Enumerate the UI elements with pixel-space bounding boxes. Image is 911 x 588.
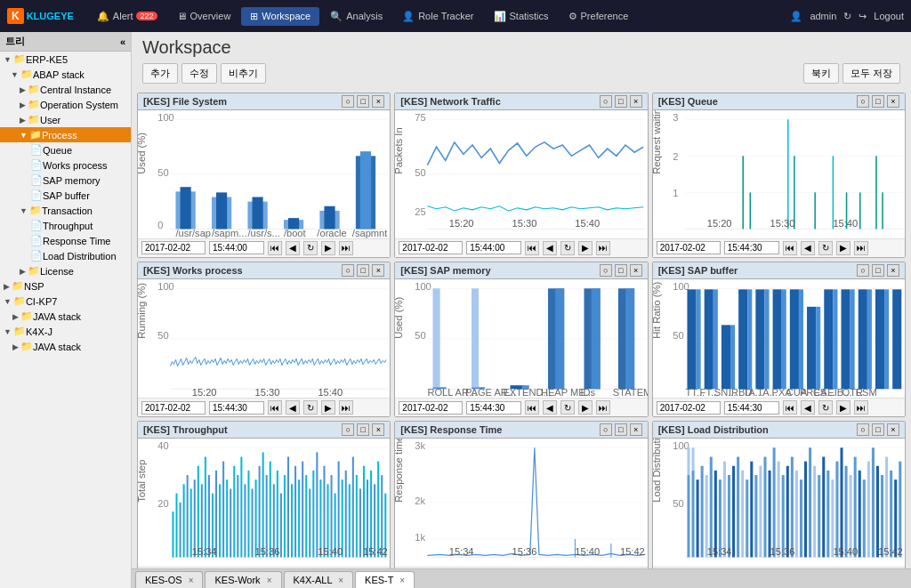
tab-kes-t-close[interactable]: × [399, 576, 405, 585]
sidebar-item-throughput[interactable]: 📄 Throughput [0, 218, 131, 233]
sidebar-item-works-process[interactable]: 📄 Works process [0, 157, 131, 173]
sidebar-item-license[interactable]: ▶ 📁 License [0, 263, 131, 278]
last-btn-sb[interactable]: ⏭ [854, 400, 868, 415]
edit-button[interactable]: 수정 [181, 63, 217, 84]
sidebar-collapse-btn[interactable]: « [120, 36, 125, 47]
refresh-btn-sb[interactable]: ↻ [818, 400, 833, 415]
date-input-sm[interactable] [399, 401, 463, 415]
sidebar-item-process[interactable]: ▼ 📁 Process [0, 127, 131, 142]
time-input-fs[interactable] [209, 241, 264, 254]
sidebar-item-java-stack-k4x[interactable]: ▶ 📁 JAVA stack [0, 339, 131, 354]
nav-overview[interactable]: 🖥 Overview [168, 7, 240, 25]
minimize-btn-nt[interactable]: ○ [600, 95, 612, 108]
first-btn-sm[interactable]: ⏮ [525, 400, 539, 415]
sidebar-item-java-stack-kp7[interactable]: ▶ 📁 JAVA stack [0, 309, 131, 324]
close-btn-tp[interactable]: × [372, 423, 384, 436]
minimize-btn-fs[interactable]: ○ [342, 95, 354, 108]
last-btn-fs[interactable]: ⏭ [339, 241, 353, 255]
restore-btn-q[interactable]: □ [872, 95, 884, 108]
date-input-nt[interactable] [399, 241, 463, 254]
nav-alert[interactable]: 🔔 Alert 222 [88, 7, 166, 26]
sidebar-item-sap-buffer[interactable]: 📄 SAP buffer [0, 188, 131, 203]
first-btn-fs[interactable]: ⏮ [268, 241, 282, 255]
compare-button[interactable]: 비추기 [221, 63, 266, 84]
sidebar-item-erp-ke5[interactable]: ▼ 📁 ERP-KE5 [0, 52, 131, 67]
refresh-icon[interactable]: ↻ [843, 11, 851, 22]
time-input-nt[interactable] [466, 241, 521, 254]
close-btn-nt[interactable]: × [630, 95, 642, 108]
sidebar-item-queue[interactable]: 📄 Queue [0, 142, 131, 157]
tab-kes-work[interactable]: KES-Work × [205, 571, 281, 588]
sidebar-item-operation-system[interactable]: ▶ 📁 Operation System [0, 97, 131, 112]
prev-btn-sm[interactable]: ◀ [543, 400, 557, 415]
next-btn-fs[interactable]: ▶ [321, 241, 335, 255]
minimize-btn-sm[interactable]: ○ [600, 264, 612, 277]
view-button[interactable]: 북키 [803, 63, 839, 84]
nav-statistics[interactable]: 📊 Statistics [485, 7, 558, 26]
add-button[interactable]: 추가 [142, 63, 178, 84]
minimize-btn-ld[interactable]: ○ [857, 423, 869, 436]
date-input-sb[interactable] [657, 401, 721, 415]
prev-btn-fs[interactable]: ◀ [286, 241, 300, 255]
next-btn-q[interactable]: ▶ [836, 241, 851, 255]
sidebar-item-ci-kp7[interactable]: ▼ 📁 CI-KP7 [0, 294, 131, 309]
restore-btn-nt[interactable]: □ [615, 95, 627, 108]
sidebar-item-user[interactable]: ▶ 📁 User [0, 112, 131, 127]
first-btn-nt[interactable]: ⏮ [525, 241, 539, 255]
restore-btn-sm[interactable]: □ [615, 264, 627, 277]
tab-kes-work-close[interactable]: × [267, 576, 272, 585]
sidebar-item-central-instance[interactable]: ▶ 📁 Central Instance [0, 82, 131, 97]
sidebar-item-sap-memory[interactable]: 📄 SAP memory [0, 173, 131, 188]
sidebar-item-abap-stack[interactable]: ▼ 📁 ABAP stack [0, 67, 131, 82]
prev-btn-q[interactable]: ◀ [801, 241, 815, 255]
time-input-q[interactable] [724, 241, 779, 254]
first-btn-sb[interactable]: ⏮ [783, 400, 797, 415]
sidebar-item-nsp[interactable]: ▶ 📁 NSP [0, 278, 131, 294]
restore-btn-rt[interactable]: □ [615, 423, 627, 436]
next-btn-wp[interactable]: ▶ [321, 400, 335, 415]
tab-kes-os-close[interactable]: × [189, 576, 194, 585]
restore-btn-tp[interactable]: □ [357, 423, 369, 436]
date-input-q[interactable] [657, 241, 721, 254]
last-btn-sm[interactable]: ⏭ [596, 400, 610, 415]
next-btn-sb[interactable]: ▶ [836, 400, 851, 415]
next-btn-sm[interactable]: ▶ [578, 400, 593, 415]
first-btn-wp[interactable]: ⏮ [268, 400, 282, 415]
prev-btn-wp[interactable]: ◀ [286, 400, 300, 415]
refresh-btn-sm[interactable]: ↻ [560, 400, 575, 415]
last-btn-nt[interactable]: ⏭ [596, 241, 610, 255]
minimize-btn-rt[interactable]: ○ [600, 423, 612, 436]
restore-btn-ld[interactable]: □ [872, 423, 884, 436]
minimize-btn-q[interactable]: ○ [857, 95, 869, 108]
minimize-btn-sb[interactable]: ○ [857, 264, 869, 277]
sidebar-item-load-distribution[interactable]: 📄 Load Distribution [0, 248, 131, 263]
time-input-sm[interactable] [466, 401, 521, 415]
close-btn-fs[interactable]: × [372, 95, 384, 108]
restore-btn-fs[interactable]: □ [357, 95, 369, 108]
minimize-btn-wp[interactable]: ○ [342, 264, 354, 277]
refresh-btn-fs[interactable]: ↻ [303, 241, 318, 255]
date-input-fs[interactable] [141, 241, 206, 254]
close-btn-sb[interactable]: × [887, 264, 899, 277]
refresh-btn-q[interactable]: ↻ [818, 241, 833, 255]
sidebar-item-k4x-j[interactable]: ▼ 📁 K4X-J [0, 324, 131, 339]
save-all-button[interactable]: 모두 저장 [842, 63, 900, 84]
next-btn-nt[interactable]: ▶ [578, 241, 593, 255]
prev-btn-nt[interactable]: ◀ [543, 241, 557, 255]
close-btn-ld[interactable]: × [887, 423, 899, 436]
nav-analysis[interactable]: 🔍 Analysis [321, 7, 391, 26]
refresh-btn-wp[interactable]: ↻ [303, 400, 318, 415]
prev-btn-sb[interactable]: ◀ [801, 400, 815, 415]
restore-btn-sb[interactable]: □ [872, 264, 884, 277]
tab-kes-t[interactable]: KES-T × [355, 571, 415, 588]
time-input-sb[interactable] [724, 401, 779, 415]
tab-kes-os[interactable]: KES-OS × [135, 571, 203, 588]
refresh-btn-nt[interactable]: ↻ [560, 241, 575, 255]
logout-label[interactable]: Logout [874, 11, 904, 21]
last-btn-wp[interactable]: ⏭ [339, 400, 353, 415]
restore-btn-wp[interactable]: □ [357, 264, 369, 277]
close-btn-sm[interactable]: × [630, 264, 642, 277]
first-btn-q[interactable]: ⏮ [783, 241, 797, 255]
close-btn-q[interactable]: × [887, 95, 899, 108]
time-input-wp[interactable] [209, 401, 264, 415]
